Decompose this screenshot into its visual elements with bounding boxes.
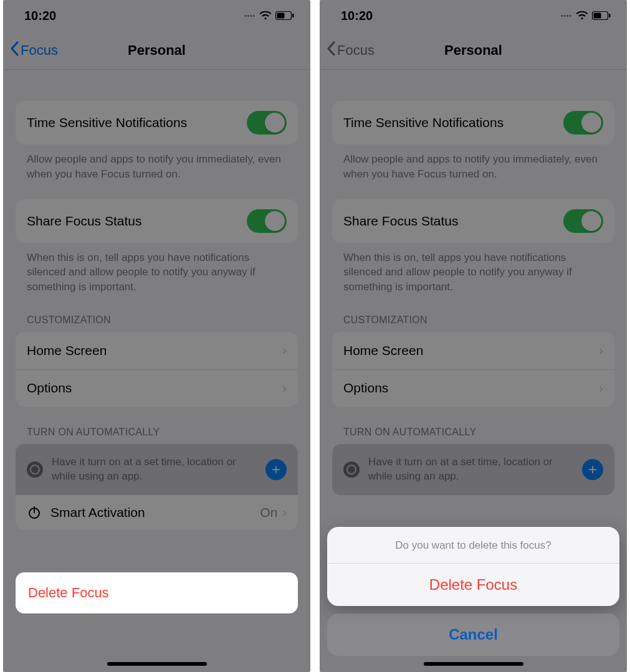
wifi-icon	[576, 11, 588, 20]
share-status-row[interactable]: Share Focus Status	[16, 199, 298, 243]
status-time: 10:20	[24, 9, 56, 23]
sheet-title: Do you want to delete this focus?	[327, 527, 619, 563]
auto-header: TURN ON AUTOMATICALLY	[332, 407, 614, 444]
battery-icon	[592, 11, 611, 20]
auto-header: TURN ON AUTOMATICALLY	[16, 407, 298, 444]
time-sensitive-row[interactable]: Time Sensitive Notifications	[16, 101, 298, 144]
svg-rect-2	[292, 14, 294, 17]
status-bar: 10:20 ••••	[320, 0, 627, 31]
time-sensitive-row[interactable]: Time Sensitive Notifications	[332, 101, 614, 144]
share-status-footer: When this is on, tell apps you have noti…	[16, 243, 298, 295]
home-screen-row[interactable]: Home Screen ›	[16, 332, 298, 369]
nav-bar: Focus Personal	[320, 31, 627, 70]
auto-desc-text: Have it turn on at a set time, location …	[368, 455, 573, 484]
battery-icon	[275, 11, 294, 20]
auto-desc-text: Have it turn on at a set time, location …	[52, 455, 257, 484]
wifi-icon	[259, 11, 272, 20]
chevron-right-icon: ›	[599, 381, 603, 395]
status-time: 10:20	[341, 9, 373, 23]
share-status-label: Share Focus Status	[27, 214, 141, 229]
share-status-toggle[interactable]	[563, 209, 603, 233]
share-status-label: Share Focus Status	[343, 214, 458, 229]
time-sensitive-toggle[interactable]	[563, 111, 603, 135]
options-label: Options	[27, 381, 72, 395]
options-label: Options	[343, 381, 388, 395]
cellular-dots-icon: ••••	[244, 12, 255, 19]
svg-rect-7	[609, 14, 611, 17]
cellular-dots-icon: ••••	[561, 12, 572, 19]
time-sensitive-label: Time Sensitive Notifications	[27, 115, 187, 130]
status-bar: 10:20 ••••	[3, 0, 310, 31]
home-screen-row[interactable]: Home Screen ›	[332, 332, 614, 369]
chevron-right-icon: ›	[282, 343, 287, 357]
back-label: Focus	[337, 42, 375, 59]
clock-icon	[343, 461, 360, 478]
share-status-row[interactable]: Share Focus Status	[332, 199, 614, 243]
add-automation-button[interactable]: +	[582, 459, 603, 480]
chevron-right-icon: ›	[282, 381, 287, 395]
options-row[interactable]: Options ›	[16, 369, 298, 407]
time-sensitive-label: Time Sensitive Notifications	[343, 115, 504, 130]
nav-bar: Focus Personal	[3, 31, 310, 70]
customization-header: CUSTOMIZATION	[332, 295, 614, 332]
status-indicators: ••••	[561, 11, 611, 20]
chevron-left-icon	[9, 41, 19, 60]
phone-right: 10:20 •••• Focus Personal Time Sensitive…	[320, 0, 627, 672]
clock-icon	[27, 461, 43, 478]
svg-rect-1	[277, 13, 285, 19]
time-sensitive-toggle[interactable]	[247, 111, 287, 135]
options-row[interactable]: Options ›	[332, 369, 614, 407]
auto-description-row: Have it turn on at a set time, location …	[332, 444, 614, 495]
home-screen-label: Home Screen	[343, 343, 423, 358]
home-screen-label: Home Screen	[27, 343, 107, 358]
status-indicators: ••••	[244, 11, 294, 20]
customization-header: CUSTOMIZATION	[16, 295, 298, 332]
smart-activation-row[interactable]: Smart Activation On ›	[16, 495, 298, 530]
delete-focus-label: Delete Focus	[28, 585, 109, 600]
svg-rect-6	[594, 13, 601, 19]
smart-activation-value: On	[260, 505, 277, 520]
add-automation-button[interactable]: +	[265, 459, 287, 480]
share-status-footer: When this is on, tell apps you have noti…	[332, 243, 614, 295]
share-status-toggle[interactable]	[247, 209, 287, 233]
chevron-left-icon	[326, 41, 336, 60]
chevron-right-icon: ›	[599, 343, 603, 357]
auto-description-row: Have it turn on at a set time, location …	[16, 444, 298, 495]
sheet-delete-button[interactable]: Delete Focus	[327, 563, 619, 606]
back-button[interactable]: Focus	[3, 41, 58, 60]
sheet-cancel-button[interactable]: Cancel	[327, 613, 619, 656]
smart-activation-label: Smart Activation	[50, 505, 145, 520]
action-sheet: Do you want to delete this focus? Delete…	[327, 527, 619, 656]
back-label: Focus	[21, 42, 58, 59]
delete-focus-button[interactable]: Delete Focus	[16, 572, 298, 613]
back-button[interactable]: Focus	[320, 41, 375, 60]
time-sensitive-footer: Allow people and apps to notify you imme…	[16, 144, 298, 182]
home-indicator[interactable]	[107, 662, 207, 666]
power-icon	[27, 505, 42, 520]
chevron-right-icon: ›	[282, 505, 287, 519]
time-sensitive-footer: Allow people and apps to notify you imme…	[332, 144, 614, 182]
home-indicator[interactable]	[424, 662, 523, 666]
phone-left: 10:20 •••• Focus Personal Time Sensitive…	[3, 0, 310, 672]
